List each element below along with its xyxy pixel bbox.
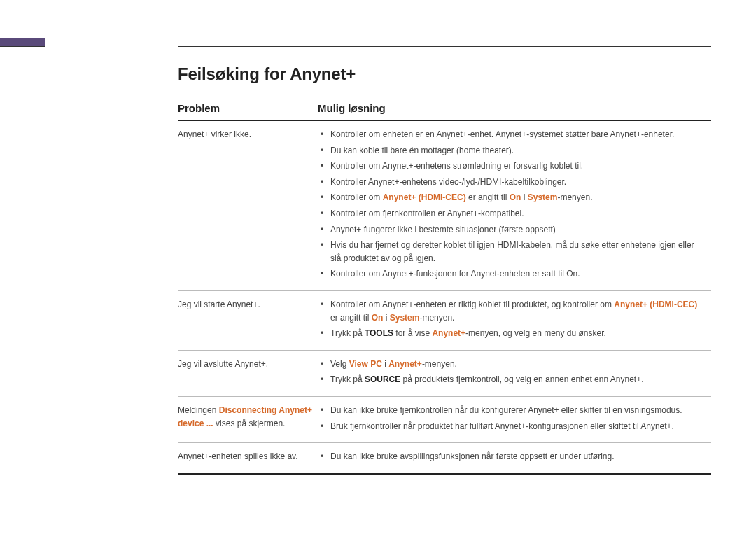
list-item: Hvis du har fjernet og deretter koblet t… bbox=[318, 239, 706, 265]
list-item: Bruk fjernkontroller når produktet har f… bbox=[318, 420, 706, 433]
list-item: Kontroller om fjernkontrollen er Anynet+… bbox=[318, 207, 706, 220]
cell-problem: Anynet+-enheten spilles ikke av. bbox=[178, 443, 318, 474]
solution-list: Du kan ikke bruke avspillingsfunksjonen … bbox=[318, 450, 706, 463]
solution-list: Du kan ikke bruke fjernkontrollen når du… bbox=[318, 404, 706, 433]
table-row: Meldingen Disconnecting Anynet+ device .… bbox=[178, 396, 711, 442]
col-header-solution: Mulig løsning bbox=[318, 102, 711, 120]
cell-solution: Kontroller om enheten er en Anynet+-enhe… bbox=[318, 120, 711, 290]
list-item: Trykk på SOURCE på produktets fjernkontr… bbox=[318, 373, 706, 386]
solution-list: Kontroller om Anynet+-enheten er riktig … bbox=[318, 298, 706, 340]
list-item: Anynet+ fungerer ikke i bestemte situasj… bbox=[318, 223, 706, 237]
table-row: Jeg vil starte Anynet+.Kontroller om Any… bbox=[178, 290, 711, 350]
cell-solution: Kontroller om Anynet+-enheten er riktig … bbox=[318, 290, 711, 350]
cell-solution: Du kan ikke bruke fjernkontrollen når du… bbox=[318, 396, 711, 442]
cell-solution: Du kan ikke bruke avspillingsfunksjonen … bbox=[318, 443, 711, 474]
list-item: Kontroller om Anynet+-enheten er riktig … bbox=[318, 298, 706, 324]
cell-problem: Jeg vil avslutte Anynet+. bbox=[178, 350, 318, 396]
cell-solution: Velg View PC i Anynet+-menyen.Trykk på S… bbox=[318, 350, 711, 396]
list-item: Du kan koble til bare én mottager (home … bbox=[318, 144, 706, 157]
top-divider bbox=[178, 46, 711, 47]
list-item: Trykk på TOOLS for å vise Anynet+-menyen… bbox=[318, 327, 706, 340]
list-item: Velg View PC i Anynet+-menyen. bbox=[318, 358, 706, 371]
solution-list: Velg View PC i Anynet+-menyen.Trykk på S… bbox=[318, 358, 706, 386]
list-item: Du kan ikke bruke avspillingsfunksjonen … bbox=[318, 450, 706, 463]
solution-list: Kontroller om enheten er en Anynet+-enhe… bbox=[318, 128, 706, 281]
table-row: Jeg vil avslutte Anynet+.Velg View PC i … bbox=[178, 350, 711, 396]
table-row: Anynet+-enheten spilles ikke av.Du kan i… bbox=[178, 443, 711, 474]
list-item: Kontroller om enheten er en Anynet+-enhe… bbox=[318, 128, 706, 141]
list-item: Du kan ikke bruke fjernkontrollen når du… bbox=[318, 404, 706, 417]
list-item: Kontroller Anynet+-enhetens video-/lyd-/… bbox=[318, 176, 706, 189]
table-row: Anynet+ virker ikke.Kontroller om enhete… bbox=[178, 120, 711, 290]
list-item: Kontroller om Anynet+-funksjonen for Any… bbox=[318, 267, 706, 281]
cell-problem: Jeg vil starte Anynet+. bbox=[178, 290, 318, 350]
troubleshooting-table: Problem Mulig løsning Anynet+ virker ikk… bbox=[178, 102, 711, 475]
page-title: Feilsøking for Anynet+ bbox=[178, 64, 711, 84]
list-item: Kontroller om Anynet+-enhetens strømledn… bbox=[318, 160, 706, 173]
col-header-problem: Problem bbox=[178, 102, 318, 120]
cell-problem: Meldingen Disconnecting Anynet+ device .… bbox=[178, 396, 318, 442]
page-content: Feilsøking for Anynet+ Problem Mulig løs… bbox=[178, 64, 711, 475]
cell-problem: Anynet+ virker ikke. bbox=[178, 120, 318, 290]
chapter-tab bbox=[0, 38, 45, 47]
list-item: Kontroller om Anynet+ (HDMI-CEC) er angi… bbox=[318, 191, 706, 204]
